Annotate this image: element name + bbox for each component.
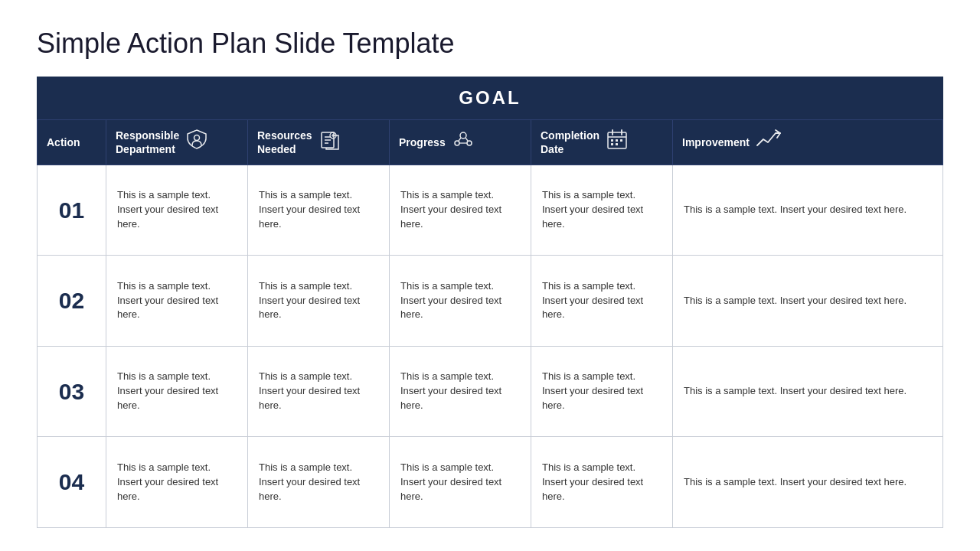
cell-completion: This is a sample text. Insert your desir… bbox=[531, 165, 673, 256]
cell-improvement: This is a sample text. Insert your desir… bbox=[673, 437, 943, 528]
cell-improvement-text: This is a sample text. Insert your desir… bbox=[684, 385, 906, 396]
cell-resources: This is a sample text. Insert your desir… bbox=[248, 346, 390, 437]
cell-progress-text: This is a sample text. Insert your desir… bbox=[400, 461, 501, 502]
table-row: 01This is a sample text. Insert your des… bbox=[38, 165, 943, 256]
cell-dept-text: This is a sample text. Insert your desir… bbox=[117, 189, 218, 230]
cell-resources-text: This is a sample text. Insert your desir… bbox=[259, 461, 360, 502]
cell-progress-text: This is a sample text. Insert your desir… bbox=[400, 280, 501, 321]
table-wrapper: GOAL Action ResponsibleDepartment bbox=[37, 77, 943, 528]
cell-dept: This is a sample text. Insert your desir… bbox=[106, 346, 248, 437]
cell-progress: This is a sample text. Insert your desir… bbox=[390, 437, 531, 528]
cell-dept: This is a sample text. Insert your desir… bbox=[106, 256, 248, 347]
cell-dept: This is a sample text. Insert your desir… bbox=[106, 437, 248, 528]
svg-rect-22 bbox=[616, 143, 618, 145]
svg-rect-20 bbox=[620, 139, 622, 142]
cell-completion-text: This is a sample text. Insert your desir… bbox=[542, 370, 643, 411]
cell-progress: This is a sample text. Insert your desir… bbox=[390, 256, 531, 347]
svg-point-10 bbox=[467, 141, 472, 145]
svg-point-8 bbox=[460, 132, 466, 139]
col-header-completion: CompletionDate bbox=[531, 120, 673, 165]
cell-improvement: This is a sample text. Insert your desir… bbox=[673, 346, 943, 437]
table-header-row: Action ResponsibleDepartment bbox=[38, 120, 943, 165]
action-plan-table: Action ResponsibleDepartment bbox=[37, 119, 943, 528]
svg-rect-18 bbox=[611, 139, 613, 142]
table-row: 02This is a sample text. Insert your des… bbox=[38, 256, 943, 347]
cell-resources-text: This is a sample text. Insert your desir… bbox=[259, 370, 360, 411]
cell-progress: This is a sample text. Insert your desir… bbox=[390, 346, 531, 437]
cell-improvement: This is a sample text. Insert your desir… bbox=[673, 165, 943, 256]
improvement-icon bbox=[756, 129, 782, 156]
cell-resources: This is a sample text. Insert your desir… bbox=[248, 437, 390, 528]
cell-dept-text: This is a sample text. Insert your desir… bbox=[117, 370, 218, 411]
table-row: 03This is a sample text. Insert your des… bbox=[38, 346, 943, 437]
cell-progress-text: This is a sample text. Insert your desir… bbox=[400, 189, 501, 230]
cell-completion-text: This is a sample text. Insert your desir… bbox=[542, 461, 643, 502]
completion-label: CompletionDate bbox=[541, 129, 599, 156]
cell-resources-text: This is a sample text. Insert your desir… bbox=[259, 189, 360, 230]
col-header-progress: Progress bbox=[390, 120, 531, 165]
cell-dept-text: This is a sample text. Insert your desir… bbox=[117, 461, 218, 502]
col-header-action: Action bbox=[38, 120, 106, 165]
cell-improvement-text: This is a sample text. Insert your desir… bbox=[684, 295, 906, 306]
cell-progress-text: This is a sample text. Insert your desir… bbox=[400, 370, 501, 411]
svg-rect-19 bbox=[616, 139, 618, 142]
col-header-dept: ResponsibleDepartment bbox=[106, 120, 248, 165]
progress-label: Progress bbox=[399, 135, 446, 149]
action-number: 04 bbox=[38, 437, 106, 528]
cell-resources: This is a sample text. Insert your desir… bbox=[248, 256, 390, 347]
improvement-label: Improvement bbox=[682, 135, 750, 149]
resources-label: ResourcesNeeded bbox=[257, 129, 312, 156]
action-number: 01 bbox=[38, 165, 106, 256]
slide: Simple Action Plan Slide Template GOAL A… bbox=[0, 0, 980, 551]
cell-improvement-text: This is a sample text. Insert your desir… bbox=[684, 204, 906, 215]
page-title: Simple Action Plan Slide Template bbox=[37, 28, 943, 60]
svg-point-9 bbox=[455, 141, 459, 145]
svg-line-12 bbox=[466, 138, 468, 141]
cell-improvement-text: This is a sample text. Insert your desir… bbox=[684, 476, 906, 487]
col-header-improvement: Improvement bbox=[673, 120, 943, 165]
goal-banner: GOAL bbox=[37, 77, 943, 119]
cell-progress: This is a sample text. Insert your desir… bbox=[390, 165, 531, 256]
cell-dept-text: This is a sample text. Insert your desir… bbox=[117, 280, 218, 321]
svg-rect-21 bbox=[611, 143, 613, 145]
action-number: 03 bbox=[38, 346, 106, 437]
svg-line-11 bbox=[459, 138, 461, 141]
action-number: 02 bbox=[38, 256, 106, 347]
cell-completion: This is a sample text. Insert your desir… bbox=[531, 437, 673, 528]
table-row: 04This is a sample text. Insert your des… bbox=[38, 437, 943, 528]
col-header-resources: ResourcesNeeded bbox=[248, 120, 390, 165]
cell-dept: This is a sample text. Insert your desir… bbox=[106, 165, 248, 256]
dept-label: ResponsibleDepartment bbox=[116, 129, 179, 156]
cell-completion: This is a sample text. Insert your desir… bbox=[531, 346, 673, 437]
cell-completion: This is a sample text. Insert your desir… bbox=[531, 256, 673, 347]
dept-icon bbox=[185, 128, 208, 157]
calendar-icon bbox=[606, 128, 629, 157]
cell-completion-text: This is a sample text. Insert your desir… bbox=[542, 189, 643, 230]
cell-improvement: This is a sample text. Insert your desir… bbox=[673, 256, 943, 347]
progress-icon bbox=[452, 128, 475, 157]
svg-point-0 bbox=[194, 135, 200, 141]
cell-resources: This is a sample text. Insert your desir… bbox=[248, 165, 390, 256]
action-label: Action bbox=[47, 135, 80, 149]
cell-completion-text: This is a sample text. Insert your desir… bbox=[542, 280, 643, 321]
cell-resources-text: This is a sample text. Insert your desir… bbox=[259, 280, 360, 321]
resources-icon bbox=[318, 128, 341, 157]
